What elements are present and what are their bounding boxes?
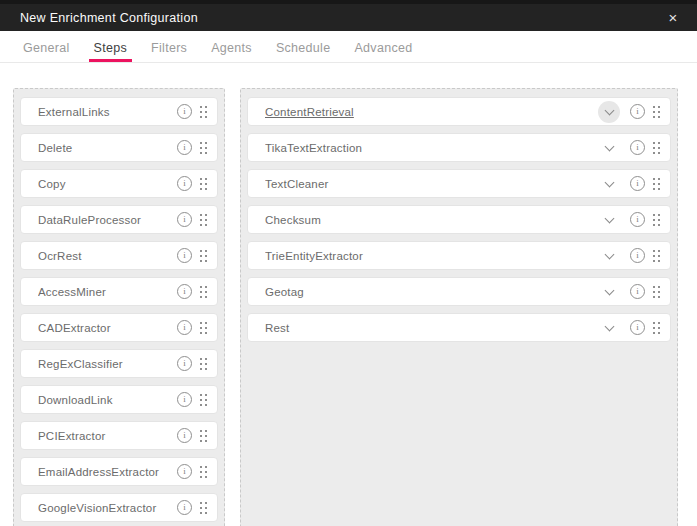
step-card[interactable]: EmailAddressExtractor i [20, 457, 218, 486]
drag-dots [653, 286, 655, 288]
drag-dots [653, 178, 655, 180]
tab-advanced[interactable]: Advanced [354, 41, 412, 62]
drag-handle-icon[interactable] [200, 141, 208, 154]
step-label: GoogleVisionExtractor [38, 502, 177, 514]
enrichment-config-dialog: New Enrichment Configuration × General S… [0, 0, 697, 526]
info-icon[interactable]: i [630, 320, 645, 335]
drag-handle-icon[interactable] [200, 429, 208, 442]
tab-schedule[interactable]: Schedule [276, 41, 331, 62]
step-label: Checksum [265, 214, 598, 226]
info-icon[interactable]: i [177, 104, 192, 119]
pipeline-step-card[interactable]: ContentRetrieval i [247, 97, 671, 126]
step-card[interactable]: CADExtractor i [20, 313, 218, 342]
pipeline-step-card[interactable]: TikaTextExtraction i [247, 133, 671, 162]
info-icon[interactable]: i [177, 464, 192, 479]
info-icon[interactable]: i [177, 392, 192, 407]
drag-dots [200, 322, 202, 324]
drag-handle-icon[interactable] [653, 321, 661, 334]
step-label: DownloadLink [38, 394, 177, 406]
chevron-down-icon[interactable] [598, 245, 620, 267]
close-button[interactable]: × [663, 8, 683, 28]
step-card[interactable]: DataRuleProcessor i [20, 205, 218, 234]
chevron-down-icon[interactable] [598, 317, 620, 339]
chevron-glyph [604, 249, 614, 259]
drag-handle-icon[interactable] [653, 105, 661, 118]
drag-handle-icon[interactable] [200, 357, 208, 370]
drag-handle-icon[interactable] [200, 321, 208, 334]
drag-dots [200, 502, 202, 504]
drag-dots [653, 214, 655, 216]
chevron-down-icon[interactable] [598, 209, 620, 231]
chevron-glyph [604, 105, 614, 115]
drag-dots [653, 142, 655, 144]
pipeline-step-card[interactable]: Rest i [247, 313, 671, 342]
drag-dots [200, 286, 202, 288]
drag-handle-icon[interactable] [200, 285, 208, 298]
drag-dots [200, 430, 202, 432]
info-icon[interactable]: i [177, 248, 192, 263]
tab-agents[interactable]: Agents [211, 41, 252, 62]
info-icon[interactable]: i [177, 320, 192, 335]
step-card[interactable]: PCIExtractor i [20, 421, 218, 450]
chevron-glyph [604, 213, 614, 223]
info-icon[interactable]: i [177, 284, 192, 299]
info-icon[interactable]: i [630, 140, 645, 155]
info-icon[interactable]: i [177, 500, 192, 515]
step-label: PCIExtractor [38, 430, 177, 442]
drag-handle-icon[interactable] [200, 501, 208, 514]
step-card[interactable]: AccessMiner i [20, 277, 218, 306]
step-card[interactable]: GoogleVisionExtractor i [20, 493, 218, 522]
drag-handle-icon[interactable] [200, 213, 208, 226]
chevron-glyph [604, 141, 614, 151]
pipeline-steps-panel: ContentRetrieval i TikaTextExtraction i … [240, 88, 678, 526]
pipeline-step-card[interactable]: Geotag i [247, 277, 671, 306]
chevron-down-icon[interactable] [598, 173, 620, 195]
step-card[interactable]: Delete i [20, 133, 218, 162]
step-card[interactable]: ExternalLinks i [20, 97, 218, 126]
step-card[interactable]: OcrRest i [20, 241, 218, 270]
info-icon[interactable]: i [630, 176, 645, 191]
step-label: RegExClassifier [38, 358, 177, 370]
step-label: ExternalLinks [38, 106, 177, 118]
step-card[interactable]: DownloadLink i [20, 385, 218, 414]
drag-handle-icon[interactable] [653, 213, 661, 226]
drag-handle-icon[interactable] [653, 177, 661, 190]
step-card[interactable]: Copy i [20, 169, 218, 198]
drag-dots [200, 178, 202, 180]
step-label: Rest [265, 322, 598, 334]
step-label: Delete [38, 142, 177, 154]
drag-handle-icon[interactable] [200, 249, 208, 262]
drag-handle-icon[interactable] [653, 141, 661, 154]
drag-handle-icon[interactable] [653, 249, 661, 262]
info-icon[interactable]: i [630, 212, 645, 227]
chevron-down-icon[interactable] [598, 281, 620, 303]
info-icon[interactable]: i [177, 176, 192, 191]
drag-dots [200, 358, 202, 360]
drag-dots [200, 394, 202, 396]
info-icon[interactable]: i [177, 356, 192, 371]
pipeline-step-card[interactable]: Checksum i [247, 205, 671, 234]
drag-handle-icon[interactable] [200, 393, 208, 406]
step-card[interactable]: RegExClassifier i [20, 349, 218, 378]
tab-general[interactable]: General [23, 41, 70, 62]
info-icon[interactable]: i [630, 104, 645, 119]
drag-dots [653, 250, 655, 252]
close-icon: × [669, 10, 678, 25]
info-icon[interactable]: i [177, 212, 192, 227]
pipeline-step-card[interactable]: TrieEntityExtractor i [247, 241, 671, 270]
drag-handle-icon[interactable] [200, 105, 208, 118]
chevron-down-icon[interactable] [598, 101, 620, 123]
info-icon[interactable]: i [177, 428, 192, 443]
chevron-down-icon[interactable] [598, 137, 620, 159]
tab-filters[interactable]: Filters [151, 41, 187, 62]
pipeline-step-card[interactable]: TextCleaner i [247, 169, 671, 198]
tab-steps[interactable]: Steps [94, 41, 127, 62]
drag-handle-icon[interactable] [200, 465, 208, 478]
info-icon[interactable]: i [630, 284, 645, 299]
drag-handle-icon[interactable] [653, 285, 661, 298]
info-icon[interactable]: i [630, 248, 645, 263]
step-label: TextCleaner [265, 178, 598, 190]
step-label: ContentRetrieval [265, 106, 598, 118]
info-icon[interactable]: i [177, 140, 192, 155]
drag-handle-icon[interactable] [200, 177, 208, 190]
